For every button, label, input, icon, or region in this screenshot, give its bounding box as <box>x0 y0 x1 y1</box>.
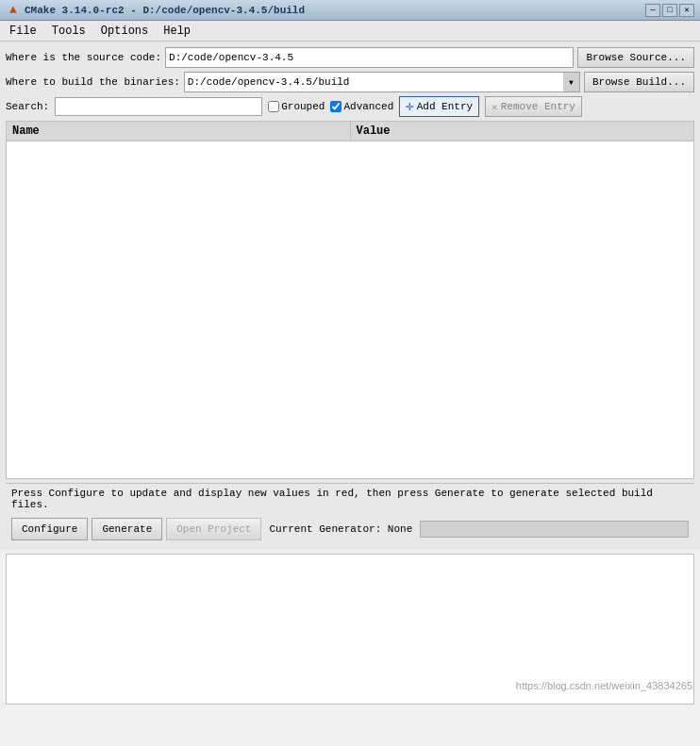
grouped-label: Grouped <box>281 101 325 112</box>
browse-build-button[interactable]: Browse Build... <box>584 72 694 92</box>
title-bar: ▲ CMake 3.14.0-rc2 - D:/code/opencv-3.4.… <box>0 0 700 21</box>
source-path-input[interactable] <box>165 47 574 68</box>
grouped-checkbox[interactable] <box>268 101 279 112</box>
menu-help[interactable]: Help <box>156 23 198 40</box>
table-body <box>7 141 693 475</box>
search-label: Search: <box>6 101 49 112</box>
progress-bar <box>420 521 689 538</box>
remove-entry-button[interactable]: ✕ Remove Entry <box>485 96 582 117</box>
advanced-checkbox-group[interactable]: Advanced <box>330 101 393 112</box>
menu-options[interactable]: Options <box>93 23 156 40</box>
bottom-toolbar: Configure Generate Open Project Current … <box>6 514 694 544</box>
x-icon: ✕ <box>492 101 498 113</box>
toolbar-row: Search: Grouped Advanced ✛ Add Entry ✕ R… <box>6 96 694 117</box>
column-value: Value <box>351 122 694 141</box>
status-bar: Press Configure to update and display ne… <box>6 483 694 514</box>
minimize-button[interactable]: — <box>645 4 660 17</box>
plus-icon: ✛ <box>406 100 413 113</box>
watermark: https://blog.csdn.net/weixin_43834265 <box>516 680 692 691</box>
build-path-wrapper: D:/code/opencv-3.4.5/build ▼ <box>184 72 580 92</box>
search-input[interactable] <box>55 97 262 116</box>
menu-file[interactable]: File <box>2 23 44 40</box>
build-row: Where to build the binaries: D:/code/ope… <box>6 72 694 92</box>
window-title: CMake 3.14.0-rc2 - D:/code/opencv-3.4.5/… <box>25 5 645 16</box>
column-name: Name <box>7 122 351 141</box>
window-controls: — □ ✕ <box>645 4 694 17</box>
entries-table: Name Value <box>6 121 694 479</box>
app-icon: ▲ <box>6 3 21 18</box>
advanced-label: Advanced <box>343 101 393 112</box>
configure-button[interactable]: Configure <box>11 518 88 540</box>
table-header: Name Value <box>7 122 693 141</box>
add-entry-button[interactable]: ✛ Add Entry <box>399 96 479 117</box>
remove-entry-label: Remove Entry <box>501 101 575 112</box>
advanced-checkbox[interactable] <box>330 101 342 112</box>
open-project-button[interactable]: Open Project <box>166 518 261 540</box>
generator-label: Current Generator: None <box>269 523 412 535</box>
browse-source-button[interactable]: Browse Source... <box>577 47 694 68</box>
source-row: Where is the source code: Browse Source.… <box>6 47 694 68</box>
source-label: Where is the source code: <box>6 52 161 63</box>
menu-bar: File Tools Options Help <box>0 21 700 41</box>
status-message: Press Configure to update and display ne… <box>11 488 653 510</box>
maximize-button[interactable]: □ <box>662 4 677 17</box>
main-content: Where is the source code: Browse Source.… <box>0 41 700 550</box>
menu-tools[interactable]: Tools <box>44 23 93 40</box>
generate-button[interactable]: Generate <box>92 518 162 540</box>
build-path-select[interactable]: D:/code/opencv-3.4.5/build <box>184 72 580 92</box>
add-entry-label: Add Entry <box>417 101 473 112</box>
build-label: Where to build the binaries: <box>6 76 180 88</box>
close-button[interactable]: ✕ <box>679 4 694 17</box>
grouped-checkbox-group[interactable]: Grouped <box>268 101 325 112</box>
